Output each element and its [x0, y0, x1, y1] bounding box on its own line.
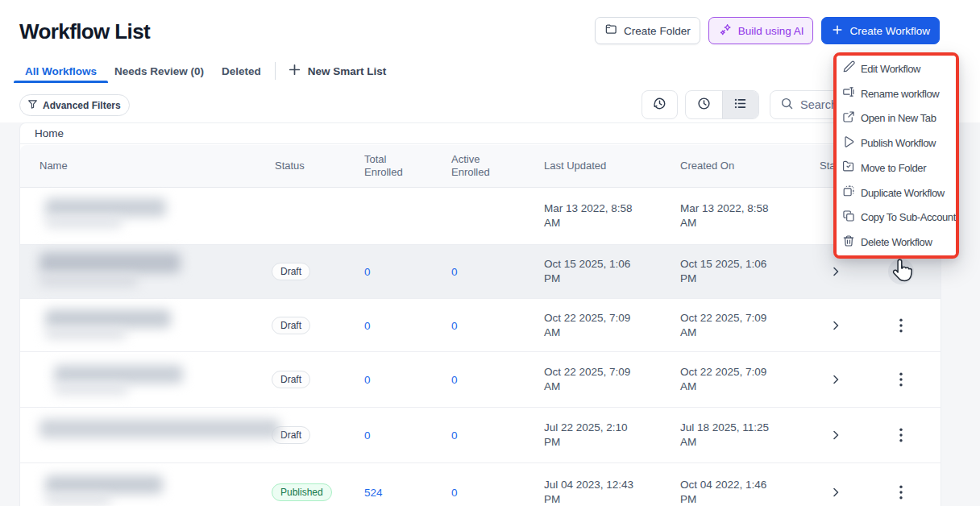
- context-menu-item-label: Move to Folder: [861, 162, 926, 174]
- last-updated-cell: Oct 15 2025, 1:06 PM: [544, 257, 642, 286]
- context-menu-item-edit-workflow[interactable]: Edit Workflow: [837, 56, 956, 81]
- active-enrolled-link[interactable]: 0: [451, 429, 458, 442]
- total-enrolled-link[interactable]: 0: [364, 374, 371, 386]
- context-menu-item-label: Rename workflow: [861, 88, 939, 100]
- advanced-filters-label: Advanced Filters: [43, 100, 121, 111]
- active-enrolled-link[interactable]: 0: [451, 319, 458, 331]
- context-menu-item-delete-workflow[interactable]: Delete Workflow: [837, 230, 956, 255]
- tab-all-workflows[interactable]: All Workflows: [19, 60, 102, 82]
- context-menu-item-label: Duplicate Workflow: [861, 187, 945, 199]
- row-actions-menu-button[interactable]: [888, 479, 914, 505]
- column-header-total-enrolled[interactable]: Total Enrolled: [364, 153, 413, 179]
- last-updated-cell: Oct 22 2025, 7:09 AM: [544, 311, 642, 340]
- context-menu-item-publish-workflow[interactable]: Publish Workflow: [837, 131, 956, 156]
- status-cell: Draft: [272, 371, 310, 388]
- row-actions-menu-button[interactable]: [888, 313, 914, 338]
- workflow-row[interactable]: Draft00Jul 22 2025, 2:10 PMJul 18 2025, …: [20, 408, 941, 463]
- column-header-active-enrolled[interactable]: Active Enrolled: [451, 153, 500, 179]
- workflow-row[interactable]: Draft00Oct 15 2025, 1:06 PMOct 15 2025, …: [20, 245, 941, 299]
- filter-funnel-icon: [27, 99, 38, 112]
- status-badge: Draft: [272, 263, 310, 280]
- row-context-menu-highlight: Edit WorkflowRename workflowOpen in New …: [833, 52, 959, 259]
- list-view-button[interactable]: [722, 91, 758, 118]
- last-updated-cell: Jul 04 2023, 12:43 PM: [544, 478, 642, 506]
- context-menu-item-rename-workflow[interactable]: Rename workflow: [837, 81, 956, 106]
- build-using-ai-button[interactable]: Build using AI: [708, 17, 814, 44]
- history-button[interactable]: [642, 90, 678, 119]
- status-badge: Draft: [272, 426, 310, 444]
- expand-stats-chevron[interactable]: [826, 483, 845, 502]
- publish-icon: [842, 135, 855, 151]
- context-menu-item-label: Open in New Tab: [861, 112, 936, 124]
- context-menu-item-copy-to-sub-account[interactable]: Copy To Sub-Account: [837, 205, 956, 230]
- created-on-cell: Jul 18 2025, 11:25 AM: [680, 421, 779, 450]
- active-enrolled-link[interactable]: 0: [451, 486, 458, 498]
- breadcrumb-home[interactable]: Home: [35, 127, 64, 139]
- column-header-name[interactable]: Name: [39, 160, 68, 172]
- workflow-row[interactable]: Published5240Jul 04 2023, 12:43 PMOct 04…: [20, 463, 941, 506]
- workflow-list-page: Workflow List Create Folder Build using …: [0, 0, 980, 506]
- column-header-last-updated[interactable]: Last Updated: [544, 160, 606, 172]
- active-enrolled-link[interactable]: 0: [451, 266, 458, 278]
- move-folder-icon: [842, 160, 855, 176]
- tab-deleted[interactable]: Deleted: [216, 60, 267, 82]
- row-actions-menu-button[interactable]: [888, 422, 914, 448]
- status-badge: Published: [272, 483, 332, 501]
- search-icon: [780, 97, 794, 114]
- created-on-cell: Oct 15 2025, 1:06 PM: [680, 257, 779, 286]
- active-enrolled-link[interactable]: 0: [451, 374, 458, 386]
- created-on-cell: Oct 04 2022, 1:46 PM: [680, 478, 779, 506]
- total-enrolled-link[interactable]: 0: [364, 266, 371, 278]
- ai-sparkles-icon: [718, 23, 733, 39]
- workflow-row[interactable]: Draft00Oct 22 2025, 7:09 AMOct 22 2025, …: [20, 299, 941, 352]
- tab-needs-review[interactable]: Needs Review (0): [109, 60, 210, 82]
- create-folder-button[interactable]: Create Folder: [595, 17, 700, 44]
- tab-bar: All Workflows Needs Review (0) Deleted N…: [19, 60, 390, 82]
- copy-subaccount-icon: [842, 209, 855, 226]
- plus-icon: [288, 63, 301, 79]
- recent-view-button[interactable]: [686, 91, 722, 118]
- expand-stats-chevron[interactable]: [826, 316, 845, 335]
- column-header-created-on[interactable]: Created On: [680, 160, 734, 172]
- status-cell: Published: [272, 483, 332, 501]
- workflow-row[interactable]: Mar 13 2022, 8:58 AMMar 13 2022, 8:58 AM: [20, 188, 941, 245]
- advanced-filters-button[interactable]: Advanced Filters: [19, 94, 130, 116]
- context-menu-item-move-to-folder[interactable]: Move to Folder: [837, 156, 956, 180]
- build-using-ai-label: Build using AI: [738, 25, 804, 37]
- last-updated-cell: Oct 22 2025, 7:09 AM: [544, 365, 642, 394]
- folder-icon: [604, 23, 618, 39]
- expand-stats-chevron[interactable]: [826, 425, 845, 445]
- total-enrolled-link[interactable]: 524: [364, 486, 383, 498]
- context-menu-item-open-in-new-tab[interactable]: Open in New Tab: [837, 106, 956, 131]
- column-header-status[interactable]: Status: [275, 160, 305, 172]
- table-body: Mar 13 2022, 8:58 AMMar 13 2022, 8:58 AM…: [20, 188, 941, 506]
- clock-icon: [696, 95, 712, 115]
- create-workflow-label: Create Workflow: [849, 25, 930, 37]
- context-menu-item-label: Delete Workflow: [861, 236, 932, 248]
- row-actions-menu-button[interactable]: [888, 259, 914, 284]
- status-badge: Draft: [272, 371, 310, 388]
- duplicate-icon: [842, 185, 855, 201]
- row-actions-menu-button[interactable]: [888, 367, 914, 392]
- list-view-icon: [732, 95, 749, 115]
- expand-stats-chevron[interactable]: [826, 370, 845, 389]
- status-badge: Draft: [272, 317, 310, 334]
- create-workflow-button[interactable]: Create Workflow: [821, 17, 940, 44]
- context-menu-item-label: Publish Workflow: [861, 137, 936, 149]
- workflow-row[interactable]: Draft00Oct 22 2025, 7:09 AMOct 22 2025, …: [20, 352, 941, 408]
- row-context-menu: Edit WorkflowRename workflowOpen in New …: [837, 56, 956, 255]
- edit-icon: [842, 60, 855, 77]
- breadcrumb-row: Home: [20, 123, 941, 144]
- status-cell: Draft: [272, 263, 310, 280]
- total-enrolled-link[interactable]: 0: [364, 429, 371, 442]
- open-new-tab-icon: [842, 110, 855, 126]
- new-smart-list-button[interactable]: New Smart List: [284, 63, 391, 79]
- view-toggle-group: [685, 90, 759, 119]
- context-menu-item-duplicate-workflow[interactable]: Duplicate Workflow: [837, 180, 956, 205]
- created-on-cell: Mar 13 2022, 8:58 AM: [680, 201, 779, 230]
- last-updated-cell: Jul 22 2025, 2:10 PM: [544, 421, 642, 450]
- expand-stats-chevron[interactable]: [826, 262, 845, 281]
- delete-icon: [842, 234, 855, 251]
- tabs-divider: [275, 62, 276, 80]
- total-enrolled-link[interactable]: 0: [364, 319, 371, 331]
